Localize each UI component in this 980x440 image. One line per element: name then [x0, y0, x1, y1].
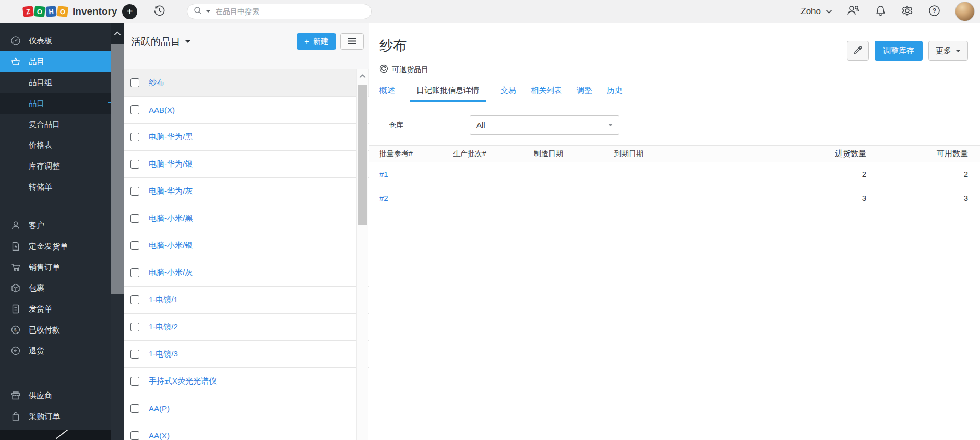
plus-icon: + [304, 37, 309, 46]
sidebar-collapse-strip[interactable] [0, 430, 111, 440]
detail-actions: 调整库存 更多 [847, 41, 968, 61]
tab-history[interactable]: 历史 [607, 86, 623, 102]
global-search[interactable] [187, 4, 372, 19]
new-item-button[interactable]: + 新建 [297, 33, 336, 50]
zoho-logo[interactable]: Z O H O Inventory [23, 6, 128, 17]
sidebar-item-purchase-orders[interactable]: 采购订单 [0, 406, 111, 427]
sidebar-nav: 仪表板 品目 品目组 品目 复合品目 价格表 库存调整 转储单 [0, 23, 111, 440]
sidebar-item-items-sub[interactable]: 品目 [0, 93, 111, 114]
item-checkbox[interactable] [130, 350, 139, 359]
item-list-header: 活跃的品目 + 新建 [124, 23, 369, 60]
tab-transactions[interactable]: 交易 [500, 86, 516, 102]
chevron-down-icon [608, 124, 613, 126]
customers-icon [10, 220, 21, 231]
more-button[interactable]: 更多 [928, 41, 968, 61]
item-checkbox[interactable] [130, 133, 139, 141]
logo-tile-z: Z [22, 6, 34, 17]
sidebar-item-packages[interactable]: 包裹 [0, 278, 111, 299]
warehouse-filter-row: 仓库 All [389, 115, 980, 135]
list-item[interactable]: 电脑-小米/黑 [124, 205, 369, 232]
org-switcher[interactable]: Zoho [800, 6, 832, 17]
list-item[interactable]: 1-电镜/2 [124, 314, 369, 341]
batch-ref-link[interactable]: #1 [379, 170, 388, 179]
user-avatar[interactable] [955, 2, 975, 21]
product-name: Inventory [73, 6, 117, 17]
recent-history-button[interactable] [153, 4, 166, 19]
notifications-button[interactable] [875, 4, 887, 19]
sidebar-item-items[interactable]: 品目 [0, 51, 111, 72]
item-list-panel: 活跃的品目 + 新建 纱布 [124, 23, 369, 440]
vendors-store-icon [10, 390, 21, 401]
tab-journal-batch-details[interactable]: 日记账批信息详情 [410, 86, 486, 102]
search-scope-caret-icon[interactable] [206, 10, 210, 13]
search-input[interactable] [216, 7, 346, 16]
item-checkbox[interactable] [130, 268, 139, 277]
sidebar-scrollbar[interactable] [111, 23, 124, 440]
list-scroll-up-button[interactable] [357, 69, 368, 83]
list-item[interactable]: 电脑-华为/灰 [124, 178, 369, 205]
logo-tile-o1: O [34, 6, 45, 17]
item-checkbox[interactable] [130, 160, 139, 169]
warehouse-select[interactable]: All [470, 115, 619, 135]
item-checkbox[interactable] [130, 241, 139, 250]
sidebar-item-item-groups[interactable]: 品目组 [0, 72, 111, 93]
list-item[interactable]: 1-电镜/3 [124, 341, 369, 368]
sidebar-scrollbar-thumb[interactable] [111, 44, 124, 294]
sidebar-item-composite-items[interactable]: 复合品目 [0, 114, 111, 135]
sidebar-scroll-up-button[interactable] [111, 23, 124, 44]
item-list-scrollbar[interactable] [356, 69, 368, 440]
item-checkbox[interactable] [130, 377, 139, 386]
sidebar-item-shipments[interactable]: 发货单 [0, 299, 111, 319]
batch-table: 批量参考# 生产批次# 制造日期 到期日期 进货数量 可用数量 #1 2 2 #… [369, 145, 980, 210]
list-item[interactable]: 纱布 [124, 69, 369, 97]
sidebar-item-customers[interactable]: 客户 [0, 215, 111, 236]
list-filter-dropdown[interactable]: 活跃的品目 [131, 35, 190, 49]
tab-overview[interactable]: 概述 [379, 86, 395, 102]
list-item[interactable]: AAB(X) [124, 97, 369, 124]
list-item[interactable]: 电脑-华为/银 [124, 151, 369, 178]
list-item[interactable]: 手持式X荧光光谱仪 [124, 368, 369, 395]
sidebar-item-vendors[interactable]: 供应商 [0, 385, 111, 406]
sidebar-item-inventory-adjustments[interactable]: 库存调整 [0, 156, 111, 176]
item-checkbox[interactable] [130, 78, 139, 87]
item-checkbox[interactable] [130, 295, 139, 304]
detail-tabs: 概述 日记账批信息详情 交易 相关列表 调整 历史 [379, 86, 980, 102]
item-checkbox[interactable] [130, 431, 139, 440]
list-options-button[interactable] [340, 33, 364, 50]
list-item[interactable]: AA(X) [124, 422, 369, 440]
item-checkbox[interactable] [130, 105, 139, 114]
adjust-stock-button[interactable]: 调整库存 [875, 41, 923, 61]
item-checkbox[interactable] [130, 404, 139, 413]
tab-related-lists[interactable]: 相关列表 [531, 86, 562, 102]
svg-text:$: $ [14, 327, 16, 332]
tab-adjustments[interactable]: 调整 [577, 86, 592, 102]
sidebar-item-sales-orders[interactable]: 销售订单 [0, 257, 111, 278]
batch-table-header: 批量参考# 生产批次# 制造日期 到期日期 进货数量 可用数量 [369, 145, 980, 162]
list-item[interactable]: AA(P) [124, 395, 369, 422]
logo-zone: Z O H O Inventory [0, 0, 111, 23]
quick-create-button[interactable]: + [122, 4, 137, 19]
sidebar-item-retainer-invoices[interactable]: 定金发货单 [0, 236, 111, 257]
item-checkbox[interactable] [130, 187, 139, 196]
item-checkbox[interactable] [130, 214, 139, 223]
purchase-bag-icon [10, 411, 21, 422]
sidebar-item-payments-received[interactable]: $ 已收付款 [0, 319, 111, 340]
invite-users-button[interactable] [846, 5, 861, 18]
logo-tile-o2: O [57, 6, 68, 17]
list-item[interactable]: 电脑-华为/黑 [124, 124, 369, 151]
sidebar-item-transfer-orders[interactable]: 转储单 [0, 176, 111, 197]
sidebar-item-price-lists[interactable]: 价格表 [0, 135, 111, 156]
table-row: #2 3 3 [369, 186, 980, 210]
item-checkbox[interactable] [130, 323, 139, 331]
batch-ref-link[interactable]: #2 [379, 194, 388, 203]
settings-button[interactable] [901, 4, 914, 19]
sidebar-item-sales-returns[interactable]: 退货 [0, 340, 111, 361]
list-item[interactable]: 电脑-小米/银 [124, 232, 369, 259]
list-scrollbar-thumb[interactable] [358, 85, 367, 225]
list-item[interactable]: 电脑-小米/灰 [124, 259, 369, 287]
edit-item-button[interactable] [847, 41, 869, 61]
help-button[interactable]: ? [928, 4, 941, 19]
list-item[interactable]: 1-电镜/1 [124, 287, 369, 314]
returnable-badge: 可退货品目 [379, 64, 980, 75]
sidebar-item-dashboard[interactable]: 仪表板 [0, 30, 111, 51]
